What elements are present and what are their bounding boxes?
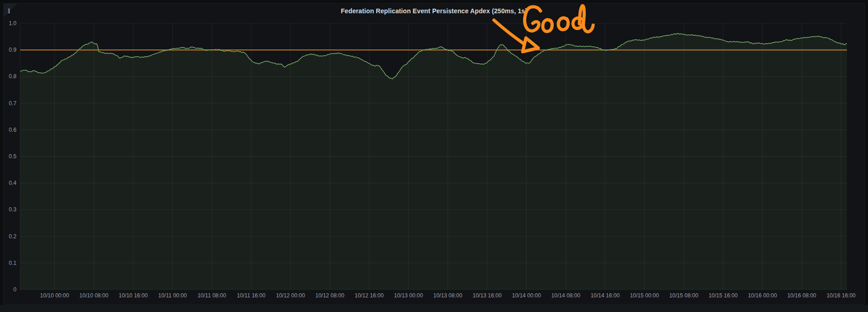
y-tick-label: 0.3 bbox=[0, 206, 16, 213]
y-tick-label: 0.5 bbox=[0, 153, 16, 160]
y-tick-label: 0.9 bbox=[0, 47, 16, 53]
apdex-series-fill bbox=[20, 33, 847, 290]
y-tick-label: 0.7 bbox=[0, 100, 16, 107]
y-tick-label: 0.1 bbox=[0, 260, 16, 266]
y-tick-label: 1.0 bbox=[0, 20, 16, 27]
y-tick-label: 0 bbox=[0, 286, 16, 293]
x-tick-label: 10/16 16:00 bbox=[816, 292, 866, 299]
y-tick-label: 0.8 bbox=[0, 73, 16, 80]
timeseries-chart[interactable] bbox=[0, 0, 868, 312]
y-tick-label: 0.2 bbox=[0, 233, 16, 240]
y-tick-label: 0.6 bbox=[0, 127, 16, 133]
adjacent-panel-edge bbox=[0, 305, 868, 312]
y-tick-label: 0.4 bbox=[0, 180, 16, 186]
